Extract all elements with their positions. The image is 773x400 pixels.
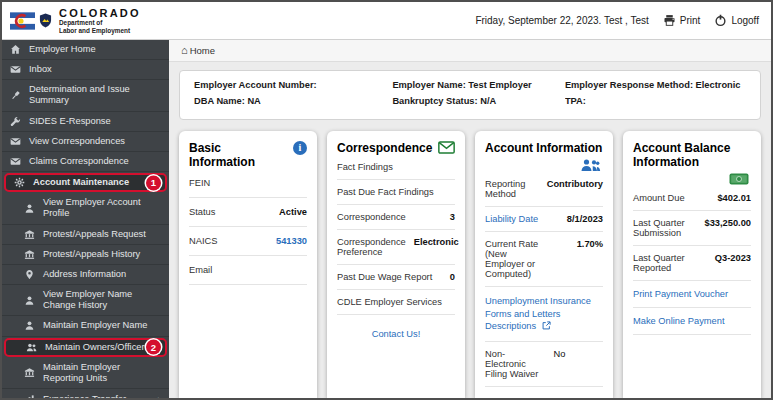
person-icon xyxy=(24,320,36,331)
employer-summary-bar: Employer Account Number: DBA Name: NA Em… xyxy=(179,70,761,120)
field-row-non-electronic-filing-waiver: Non-Electronic Filing Waiver No xyxy=(485,342,603,387)
card-title-account-balance: Account Balance Information xyxy=(633,141,751,170)
brand-name: COLORADO xyxy=(59,7,141,19)
field-row-past-due-wage-report: Past Due Wage Report 0 xyxy=(337,265,455,290)
power-icon xyxy=(714,14,727,27)
callout-step-1-badge: 1 xyxy=(146,175,161,190)
sidebar-item-maintain-owners-officers[interactable]: Maintain Owners/Officers 2 xyxy=(4,338,167,357)
naics-link[interactable]: 541330 xyxy=(276,236,307,246)
card-account-balance-information: Account Balance Information Amount Due $… xyxy=(623,131,761,398)
logoff-button[interactable]: Logoff xyxy=(714,14,759,27)
employer-name-field: Employer Name: Test Employer xyxy=(392,78,565,94)
field-row-reporting-method: Reporting Method Contributory xyxy=(485,172,603,207)
sidebar-item-inbox[interactable]: Inbox xyxy=(2,60,169,80)
field-row-status: Status Active xyxy=(189,198,307,227)
field-row-amount-due: Amount Due $402.01 xyxy=(633,186,751,211)
ui-forms-and-letters-link[interactable]: Unemployment Insurance Forms and Letters… xyxy=(485,287,603,342)
field-row-past-due-fact-findings: Past Due Fact Findings xyxy=(337,180,455,205)
sidebar-item-maintain-employer-name[interactable]: Maintain Employer Name xyxy=(2,316,169,336)
card-title-basic-information: Basic Information xyxy=(189,141,289,170)
card-basic-information: Basic Information i FEIN Status Active xyxy=(179,131,317,398)
make-online-payment-link[interactable]: Make Online Payment xyxy=(633,308,751,335)
callout-step-2-badge: 2 xyxy=(146,340,161,355)
sidebar-item-sides-e-response[interactable]: SIDES E-Response xyxy=(2,112,169,132)
envelope-icon xyxy=(10,64,22,75)
print-payment-voucher-link[interactable]: Print Payment Voucher xyxy=(633,281,751,308)
bank-icon xyxy=(24,229,36,240)
dba-name-field: DBA Name: NA xyxy=(194,94,392,110)
field-row-liability-date: Liability Date 8/1/2023 xyxy=(485,207,603,232)
field-row-email: Email xyxy=(189,256,307,285)
main-content: ⌂ Home Employer Account Number: DBA Name… xyxy=(169,40,771,398)
sidebar-item-view-employer-account-profile[interactable]: View Employer Account Profile xyxy=(2,193,169,224)
sidebar-item-address-information[interactable]: Address Information xyxy=(2,265,169,285)
print-button[interactable]: Print xyxy=(663,14,701,27)
chart-icon xyxy=(24,394,36,398)
colorado-logo: COLORADO Department of Labor and Employm… xyxy=(10,7,141,35)
card-title-correspondence: Correspondence xyxy=(337,141,432,155)
person-icon xyxy=(24,295,36,306)
date-user-text: Friday, September 22, 2023. Test , Test xyxy=(475,15,648,26)
employer-response-method-field: Employer Response Method: Electronic xyxy=(565,78,746,94)
tpa-field: TPA: xyxy=(565,94,746,110)
sidebar-item-maintain-employer-reporting-units[interactable]: Maintain Employer Reporting Units xyxy=(2,358,169,389)
field-row-naics: NAICS 541330 xyxy=(189,227,307,256)
sidebar-item-experience-transfer[interactable]: Experience Transfer › xyxy=(2,389,169,398)
sidebar-item-view-employer-name-change-history[interactable]: View Employer Name Change History xyxy=(2,285,169,316)
sidebar-item-protest-appeals-history[interactable]: Protest/Appeals History xyxy=(2,245,169,265)
sidebar-item-view-correspondences[interactable]: View Correspondences xyxy=(2,132,169,152)
wrench-icon xyxy=(10,116,22,127)
home-icon: ⌂ xyxy=(181,45,188,56)
field-row-cdle-employer-services: CDLE Employer Services xyxy=(337,290,455,315)
bankruptcy-status-field: Bankruptcy Status: N/A xyxy=(392,94,565,110)
people-icon xyxy=(26,342,38,353)
sidebar-item-employer-home[interactable]: Employer Home xyxy=(2,40,169,60)
field-row-correspondence-preference: Correspondence Preference Electronic xyxy=(337,230,455,265)
app-window: COLORADO Department of Labor and Employm… xyxy=(0,0,773,400)
sidebar-item-protest-appeals-request[interactable]: Protest/Appeals Request xyxy=(2,225,169,245)
card-account-information: Account Information Reporting Method Con… xyxy=(475,131,613,398)
field-row-correspondence-count: Correspondence 3 xyxy=(337,205,455,230)
envelope-icon xyxy=(438,141,455,154)
employer-account-number-field: Employer Account Number: xyxy=(194,78,392,94)
field-row-current-rate: Current Rate (New Employer or Computed) … xyxy=(485,232,603,287)
envelope-icon xyxy=(10,156,22,167)
home-icon xyxy=(10,44,22,55)
card-correspondence: Correspondence Fact Findings Past Due Fa… xyxy=(327,131,465,398)
contact-us-link[interactable]: Contact Us! xyxy=(337,329,455,339)
dashboard-cards: Basic Information i FEIN Status Active xyxy=(169,122,771,398)
liability-date-link[interactable]: Liability Date xyxy=(485,214,559,224)
sidebar-item-claims-correspondence[interactable]: Claims Correspondence xyxy=(2,152,169,172)
field-row-last-quarter-reported: Last Quarter Reported Q3-2023 xyxy=(633,246,751,281)
map-marker-icon xyxy=(24,269,36,280)
logo-text: COLORADO Department of Labor and Employm… xyxy=(59,7,141,35)
money-icon xyxy=(633,169,751,186)
card-title-account-information: Account Information xyxy=(485,141,602,155)
breadcrumb-home-link[interactable]: Home xyxy=(190,45,215,56)
dept-shield-icon xyxy=(39,13,52,28)
bank-icon xyxy=(24,367,36,378)
breadcrumb: ⌂ Home xyxy=(169,40,771,62)
people-group-icon xyxy=(485,155,603,172)
gear-icon xyxy=(14,177,26,188)
app-header: COLORADO Department of Labor and Employm… xyxy=(2,2,771,40)
dept-name: Department of Labor and Employment xyxy=(59,19,141,35)
colorado-flag-icon xyxy=(10,12,35,30)
gavel-icon xyxy=(10,90,22,101)
external-link-icon xyxy=(542,321,551,330)
person-icon xyxy=(24,203,36,214)
field-row-fact-findings: Fact Findings xyxy=(337,155,455,180)
sidebar-item-determination-issue-summary[interactable]: Determination and Issue Summary xyxy=(2,80,169,111)
header-right: Friday, September 22, 2023. Test , Test … xyxy=(475,14,759,27)
sidebar: Employer Home Inbox Determination and Is… xyxy=(2,40,169,398)
field-row-last-quarter-submission: Last Quarter Submission $33,250.00 xyxy=(633,211,751,246)
info-icon: i xyxy=(293,141,307,155)
sidebar-item-account-maintenance[interactable]: Account Maintenance 1 xyxy=(4,173,167,192)
print-icon xyxy=(663,14,676,27)
chevron-right-icon: › xyxy=(157,393,161,398)
envelope-icon xyxy=(10,136,22,147)
bank-icon xyxy=(24,249,36,260)
field-row-fein: FEIN xyxy=(189,169,307,198)
